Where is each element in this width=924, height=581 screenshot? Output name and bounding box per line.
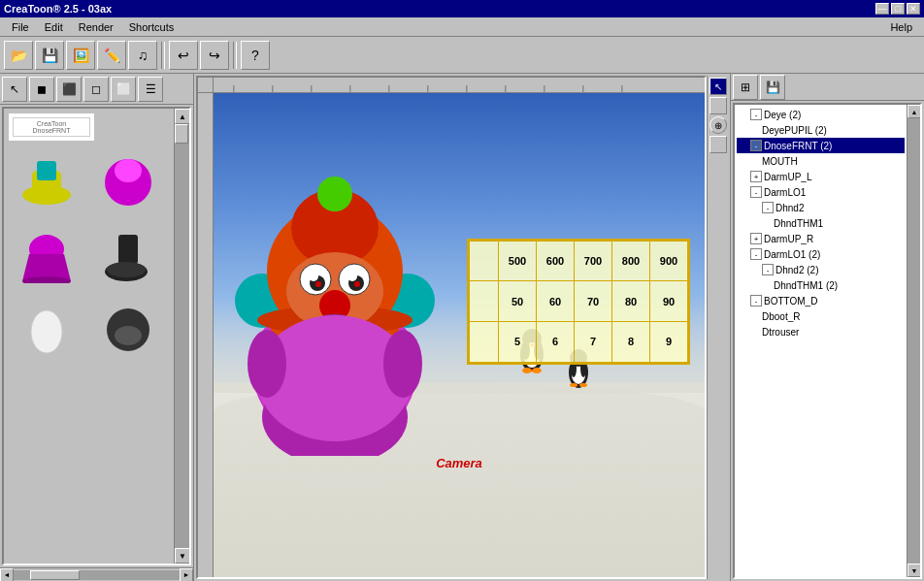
- tree-label-dnose: DnoseFRNT (2): [764, 141, 832, 151]
- svg-point-39: [309, 272, 318, 281]
- rotate-tool[interactable]: ◻: [83, 77, 109, 102]
- undo-button[interactable]: ↩: [169, 41, 198, 70]
- tree-item-bottom-d[interactable]: - BOTTOM_D: [737, 293, 905, 308]
- svg-text:|: |: [505, 84, 507, 92]
- expander-bottom-d[interactable]: -: [750, 295, 762, 307]
- tree-item-dtrouser[interactable]: Dtrouser: [737, 324, 905, 339]
- select-tool[interactable]: ↖: [2, 77, 27, 102]
- asset-item-body[interactable]: [93, 145, 163, 215]
- tree-label-deyepupil: DeyePUPIL (2): [762, 125, 827, 136]
- scroll-track[interactable]: [175, 124, 189, 548]
- asset-item-skirt[interactable]: [12, 219, 82, 289]
- move-tool[interactable]: ⬛: [56, 77, 82, 102]
- tree-item-dnosefront[interactable]: - DnoseFRNT (2): [737, 138, 905, 153]
- tree-label-darmup-r: DarmUP_R: [764, 234, 813, 244]
- expander-dhnd2[interactable]: -: [762, 202, 774, 213]
- tree-item-deye[interactable]: - Deye (2): [737, 107, 905, 122]
- tree-container: - Deye (2) DeyePUPIL (2) - DnoseFRNT (2): [733, 103, 922, 579]
- main-layout: ↖ ◼ ⬛ ◻ ⬜ ☰ CreaToon DnoseFRNT: [0, 74, 924, 581]
- svg-text:|: |: [272, 84, 274, 92]
- ruler-corner: [198, 78, 214, 93]
- scale-tool[interactable]: ⬜: [111, 77, 136, 102]
- tree-tool-2[interactable]: 💾: [760, 75, 785, 100]
- title-bar: CreaToon® 2.5 - 03ax — □ ✕: [0, 0, 924, 17]
- svg-point-55: [532, 368, 542, 373]
- tree-tool-1[interactable]: ⊞: [733, 75, 758, 100]
- draw-button[interactable]: ✏️: [97, 41, 126, 70]
- menu-bar: File Edit Render Shortcuts Help: [0, 17, 924, 37]
- tree-label-dhnd2: Dhnd2: [776, 203, 804, 213]
- tree-label-dtrouser: Dtrouser: [762, 327, 799, 338]
- asset-item-head[interactable]: [93, 293, 163, 363]
- svg-point-63: [579, 383, 587, 387]
- viewport-tools: ↖ ⊕: [707, 76, 728, 579]
- asset-item-boot[interactable]: [93, 219, 163, 289]
- viewport-btn2[interactable]: [710, 97, 727, 114]
- left-hscroll-track[interactable]: [14, 570, 180, 580]
- svg-point-62: [570, 383, 578, 387]
- left-hscroll-thumb[interactable]: [30, 570, 80, 580]
- tree-label-deye: Deye (2): [764, 110, 801, 120]
- expander-darmlo1[interactable]: -: [750, 186, 762, 198]
- left-hscroll-left[interactable]: ◄: [0, 568, 14, 582]
- music-button[interactable]: ♫: [128, 41, 157, 70]
- close-button[interactable]: ✕: [907, 3, 920, 15]
- tree-item-dhnd2[interactable]: - Dhnd2: [737, 200, 905, 215]
- asset-item-egg[interactable]: [12, 293, 82, 363]
- tree-label-darmlo1: DarmLO1: [764, 187, 806, 198]
- tree-label-mouth: MOUTH: [762, 156, 798, 167]
- secondary-toolbar: ↖ ◼ ⬛ ◻ ⬜ ☰: [0, 74, 193, 105]
- scroll-thumb[interactable]: [175, 124, 188, 144]
- menu-shortcuts[interactable]: Shortcuts: [121, 19, 182, 35]
- left-hscroll-right[interactable]: ►: [180, 568, 193, 582]
- expander-deye[interactable]: -: [750, 109, 762, 120]
- svg-text:|: |: [621, 84, 623, 92]
- svg-text:|: |: [582, 84, 584, 92]
- tree-item-dboot-r[interactable]: Dboot_R: [737, 308, 905, 324]
- cube-tool[interactable]: ◼: [29, 77, 54, 102]
- tree-item-darmup-l[interactable]: + DarmUP_L: [737, 169, 905, 184]
- tree-item-darmup-r[interactable]: + DarmUP_R: [737, 231, 905, 246]
- expander-dnose[interactable]: -: [750, 140, 762, 151]
- tree-item-darmlo1[interactable]: - DarmLO1: [737, 184, 905, 200]
- scroll-down-btn[interactable]: ▼: [175, 548, 190, 564]
- new-button[interactable]: 🖼️: [66, 41, 95, 70]
- menu-file[interactable]: File: [4, 19, 37, 35]
- maximize-button[interactable]: □: [891, 3, 905, 15]
- asset-item-hat[interactable]: [12, 145, 82, 215]
- tree-item-dhndthm1-2[interactable]: DhndTHM1 (2): [737, 277, 905, 293]
- tree-scroll-track[interactable]: [908, 118, 920, 564]
- extra-tool[interactable]: ☰: [138, 77, 163, 102]
- redo-button[interactable]: ↪: [200, 41, 229, 70]
- cursor-tool[interactable]: ↖: [710, 78, 727, 95]
- expander-dhnd2-2[interactable]: -: [762, 264, 774, 275]
- tree-item-dhnd2-2[interactable]: - Dhnd2 (2): [737, 262, 905, 277]
- svg-text:|: |: [311, 84, 313, 92]
- tree-item-deyepupil[interactable]: DeyePUPIL (2): [737, 122, 905, 138]
- save-button[interactable]: 💾: [35, 41, 64, 70]
- expander-darmup-r[interactable]: +: [750, 233, 762, 244]
- crosshair-tool[interactable]: ⊕: [710, 116, 727, 134]
- svg-point-10: [107, 262, 146, 277]
- tree-item-mouth[interactable]: MOUTH: [737, 153, 905, 169]
- menu-edit[interactable]: Edit: [37, 19, 71, 35]
- svg-text:|: |: [427, 84, 429, 92]
- tree-item-darmlo1-2[interactable]: - DarmLO1 (2): [737, 246, 905, 262]
- tree-scroll-down[interactable]: ▼: [908, 564, 921, 577]
- viewport-container: | | | | | | | | | | |: [194, 74, 730, 581]
- tree-scroll-up[interactable]: ▲: [908, 105, 921, 118]
- expander-darmup-l[interactable]: +: [750, 171, 762, 182]
- menu-render[interactable]: Render: [71, 19, 121, 35]
- open-button[interactable]: 📂: [4, 41, 33, 70]
- help-button[interactable]: ?: [241, 41, 270, 70]
- scroll-up-btn[interactable]: ▲: [175, 109, 190, 124]
- svg-text:|: |: [388, 84, 390, 92]
- number-grid: 500 600 700 800 900 50 60: [467, 239, 690, 365]
- tree-item-dhndthm1[interactable]: DhndTHM1: [737, 215, 905, 231]
- svg-text:|: |: [349, 84, 351, 92]
- label-card: CreaToon DnoseFRNT: [8, 113, 95, 142]
- minimize-button[interactable]: —: [875, 3, 889, 15]
- viewport-btn4[interactable]: [710, 136, 727, 153]
- expander-darmlo1-2[interactable]: -: [750, 248, 762, 260]
- menu-help[interactable]: Help: [882, 19, 920, 35]
